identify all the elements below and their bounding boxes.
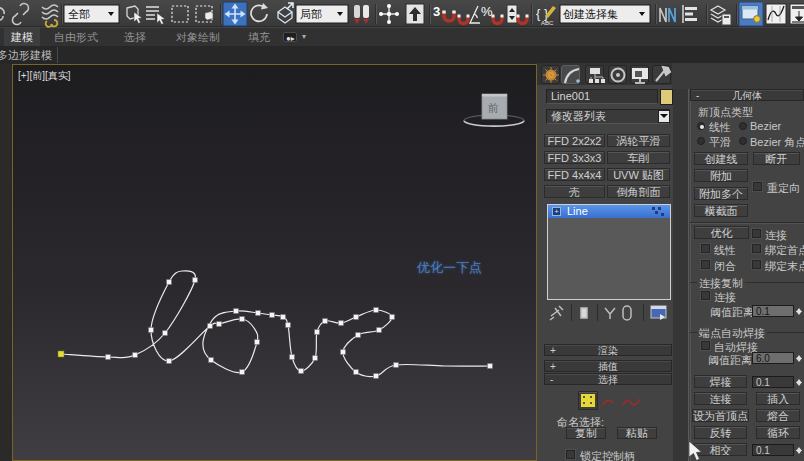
- svg-text:ABC: ABC: [541, 20, 554, 26]
- svg-text:创建选择集: 创建选择集: [563, 8, 618, 20]
- svg-text:多边形建模: 多边形建模: [0, 49, 52, 61]
- svg-text:3: 3: [433, 4, 440, 19]
- svg-text:局部: 局部: [300, 8, 322, 20]
- svg-text:全部: 全部: [68, 8, 90, 20]
- svg-text:%: %: [481, 4, 493, 19]
- svg-text:前: 前: [487, 102, 499, 114]
